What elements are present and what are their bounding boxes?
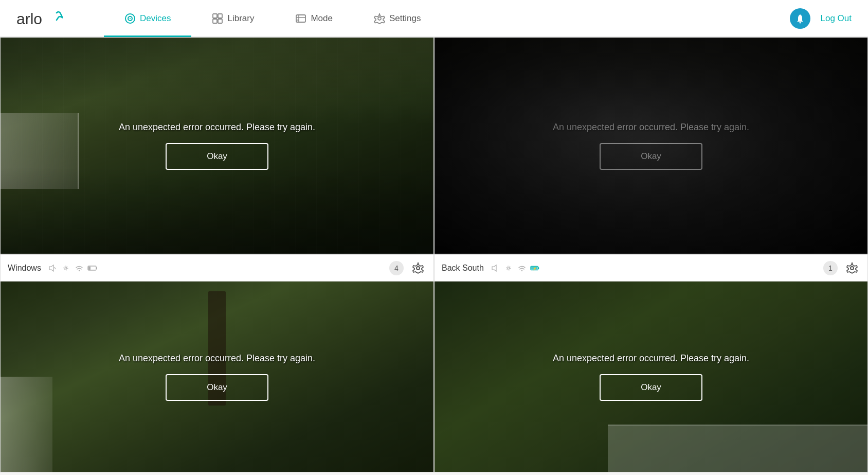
svg-point-22 — [417, 267, 420, 270]
okay-button-3[interactable]: Okay — [166, 374, 268, 401]
nav-item-library[interactable]: Library — [191, 0, 275, 37]
camera-name-4: Back South — [442, 263, 484, 273]
svg-rect-20 — [96, 267, 97, 269]
svg-point-18 — [79, 270, 80, 271]
library-icon — [212, 13, 223, 24]
camera-card-2: An unexpected error occurred. Please try… — [434, 37, 868, 254]
svg-text:⚡: ⚡ — [532, 267, 536, 271]
clip-count-4: 1 — [823, 261, 838, 275]
settings-button-3[interactable] — [410, 260, 426, 276]
error-overlay-3: An unexpected error occurred. Please try… — [1, 282, 433, 472]
camera-card-4: Back South — [434, 254, 868, 472]
svg-point-3 — [130, 18, 131, 19]
camera-status-icons-4: ⚡ — [490, 264, 540, 272]
camera-feed-3: An unexpected error occurred. Please try… — [1, 282, 433, 472]
volume-icon-3 — [47, 264, 58, 272]
okay-button-2[interactable]: Okay — [600, 143, 702, 170]
svg-point-31 — [851, 267, 854, 270]
camera-card-1: An unexpected error occurred. Please try… — [0, 37, 434, 254]
camera-info-bar-4: Back South — [435, 255, 867, 282]
devices-icon — [124, 13, 136, 24]
svg-rect-7 — [218, 19, 222, 23]
svg-point-12 — [378, 17, 381, 20]
wifi-icon-3 — [74, 264, 84, 272]
error-message-1: An unexpected error occurred. Please try… — [119, 122, 315, 133]
header: arlo Devices — [0, 0, 868, 37]
svg-point-17 — [64, 266, 68, 270]
notification-button[interactable] — [790, 8, 810, 29]
svg-point-25 — [507, 266, 511, 270]
error-message-4: An unexpected error occurred. Please try… — [553, 353, 749, 364]
svg-rect-4 — [213, 14, 217, 18]
nav-label-settings: Settings — [389, 13, 421, 24]
error-overlay-4: An unexpected error occurred. Please try… — [435, 282, 867, 472]
nav-item-mode[interactable]: Mode — [275, 0, 353, 37]
svg-rect-8 — [296, 15, 305, 22]
camera-status-icons-3 — [47, 264, 98, 272]
mode-icon — [295, 13, 306, 24]
battery-charging-icon-4: ⚡ — [530, 264, 540, 272]
nav-label-library: Library — [227, 13, 254, 24]
camera-name-3: Windows — [8, 263, 41, 273]
volume-icon-4 — [490, 264, 500, 272]
header-right: Log Out — [790, 8, 852, 29]
camera-controls-3: 4 — [389, 260, 426, 276]
nav-label-mode: Mode — [311, 13, 333, 24]
svg-point-13 — [799, 22, 801, 23]
nav-item-devices[interactable]: Devices — [104, 0, 191, 37]
motion-icon-3 — [61, 264, 71, 272]
svg-rect-21 — [88, 267, 91, 270]
settings-nav-icon — [374, 13, 385, 24]
svg-point-16 — [65, 267, 67, 269]
error-overlay-2: An unexpected error occurred. Please try… — [435, 38, 867, 254]
settings-button-4[interactable] — [844, 260, 860, 276]
svg-line-15 — [55, 267, 56, 269]
svg-rect-6 — [213, 19, 217, 23]
svg-marker-14 — [49, 265, 53, 271]
camera-info-bar-3: Windows — [1, 255, 433, 282]
camera-grid: An unexpected error occurred. Please try… — [0, 37, 868, 472]
camera-card-3: Windows — [0, 254, 434, 472]
camera-feed-2: An unexpected error occurred. Please try… — [435, 38, 867, 254]
nav-label-devices: Devices — [140, 13, 171, 24]
clip-count-3: 4 — [389, 261, 404, 275]
camera-controls-4: 1 — [823, 260, 860, 276]
svg-rect-5 — [218, 14, 222, 18]
motion-icon-4 — [503, 264, 514, 272]
camera-feed-1: An unexpected error occurred. Please try… — [1, 38, 433, 254]
arlo-logo: arlo — [16, 9, 63, 28]
battery-icon-3 — [87, 264, 98, 272]
svg-point-24 — [508, 267, 510, 269]
logo: arlo — [16, 9, 63, 28]
main-nav: Devices Library — [104, 0, 790, 37]
error-message-2: An unexpected error occurred. Please try… — [553, 122, 749, 133]
camera-feed-4: An unexpected error occurred. Please try… — [435, 282, 867, 472]
nav-item-settings[interactable]: Settings — [353, 0, 441, 37]
svg-rect-28 — [538, 267, 539, 269]
error-message-3: An unexpected error occurred. Please try… — [119, 353, 315, 364]
svg-text:arlo: arlo — [16, 10, 42, 27]
logout-button[interactable]: Log Out — [821, 13, 852, 24]
svg-marker-23 — [492, 265, 496, 271]
wifi-icon-4 — [517, 264, 527, 272]
error-overlay-1: An unexpected error occurred. Please try… — [1, 38, 433, 254]
okay-button-1[interactable]: Okay — [166, 143, 268, 170]
svg-point-26 — [521, 270, 522, 271]
okay-button-4[interactable]: Okay — [600, 374, 702, 401]
